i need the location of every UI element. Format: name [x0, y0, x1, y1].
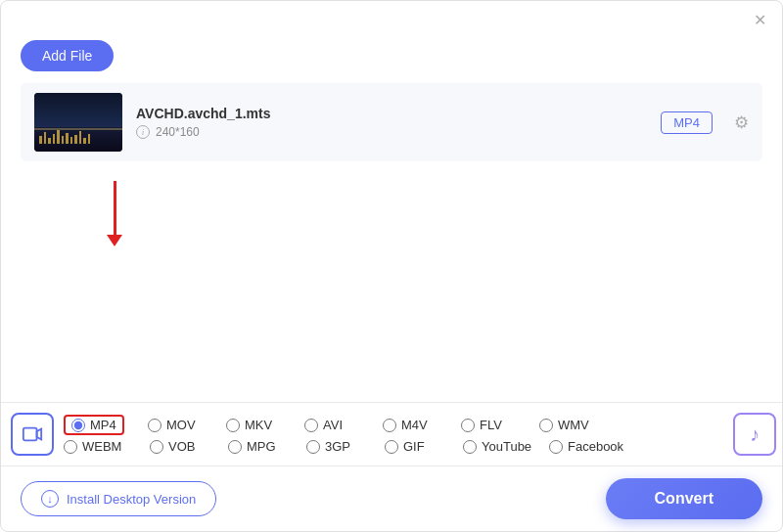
format-radio-mkv[interactable] [226, 419, 240, 432]
format-radio-webm[interactable] [64, 440, 77, 454]
format-row-1: MP4 MOV MKV AVI M4V [64, 415, 727, 435]
format-label-youtube: YouTube [482, 439, 531, 454]
format-radio-facebook[interactable] [549, 440, 563, 454]
file-thumbnail [34, 93, 122, 152]
format-label-3gp: 3GP [325, 439, 350, 454]
format-option-avi[interactable]: AVI [304, 418, 383, 432]
format-option-youtube[interactable]: YouTube [463, 439, 549, 454]
arrow-shaft [114, 181, 116, 235]
format-radio-m4v[interactable] [383, 419, 396, 432]
format-radio-flv[interactable] [461, 419, 475, 432]
install-label: Install Desktop Version [67, 492, 196, 507]
close-button[interactable]: ✕ [751, 11, 768, 28]
format-radio-3gp[interactable] [306, 440, 320, 454]
format-option-mkv[interactable]: MKV [226, 418, 304, 432]
format-bar: MP4 MOV MKV AVI M4V [1, 402, 782, 466]
format-radio-youtube[interactable] [463, 440, 477, 454]
file-item: AVCHD.avchd_1.mts i 240*160 MP4 ⚙ [21, 83, 762, 161]
format-radio-vob[interactable] [150, 440, 163, 454]
format-options: MP4 MOV MKV AVI M4V [64, 415, 727, 454]
format-option-facebook[interactable]: Facebook [549, 439, 635, 454]
format-option-mov[interactable]: MOV [148, 418, 226, 432]
format-option-mp4[interactable]: MP4 [64, 415, 142, 435]
download-circle-icon: ↓ [41, 490, 59, 508]
format-option-flv[interactable]: FLV [461, 418, 539, 432]
format-label-vob: VOB [168, 439, 195, 454]
file-name: AVCHD.avchd_1.mts [136, 106, 647, 121]
arrow-head [107, 235, 122, 246]
format-option-mpg[interactable]: MPG [228, 439, 306, 454]
settings-icon[interactable]: ⚙ [734, 112, 749, 133]
main-window: ✕ Add File [0, 0, 783, 532]
arrow-indicator [107, 181, 122, 246]
title-bar: ✕ [1, 1, 782, 34]
format-row-2: WEBM VOB MPG 3GP GIF [64, 439, 727, 454]
format-radio-wmv[interactable] [539, 419, 553, 432]
format-option-3gp[interactable]: 3GP [306, 439, 385, 454]
format-label-mov: MOV [166, 418, 196, 432]
format-label-flv: FLV [480, 418, 502, 432]
format-radio-avi[interactable] [304, 419, 318, 432]
format-label-facebook: Facebook [568, 439, 623, 454]
content-area [1, 161, 782, 402]
header: Add File [1, 34, 782, 83]
file-list: AVCHD.avchd_1.mts i 240*160 MP4 ⚙ [1, 83, 782, 161]
format-label-webm: WEBM [82, 439, 121, 454]
format-label-mp4: MP4 [90, 418, 116, 432]
format-option-gif[interactable]: GIF [385, 439, 463, 454]
video-format-icon[interactable] [11, 413, 54, 456]
format-option-vob[interactable]: VOB [150, 439, 228, 454]
convert-button[interactable]: Convert [606, 478, 762, 519]
format-label-mpg: MPG [247, 439, 276, 454]
format-option-m4v[interactable]: M4V [383, 418, 461, 432]
add-file-button[interactable]: Add File [21, 40, 114, 71]
file-meta: i 240*160 [136, 125, 647, 139]
format-option-wmv[interactable]: WMV [539, 418, 618, 432]
audio-format-icon[interactable]: ♪ [733, 413, 776, 456]
svg-rect-0 [23, 428, 37, 441]
format-option-webm[interactable]: WEBM [64, 439, 150, 454]
format-radio-mp4[interactable] [71, 419, 85, 432]
info-icon: i [136, 125, 150, 139]
format-radio-mpg[interactable] [228, 440, 242, 454]
file-resolution: 240*160 [156, 125, 200, 139]
format-label-m4v: M4V [401, 418, 428, 432]
install-desktop-button[interactable]: ↓ Install Desktop Version [21, 481, 216, 516]
format-radio-mov[interactable] [148, 419, 161, 432]
footer: ↓ Install Desktop Version Convert [1, 466, 782, 531]
format-label-mkv: MKV [245, 418, 272, 432]
format-badge: MP4 [661, 111, 713, 134]
format-radio-gif[interactable] [385, 440, 398, 454]
format-label-avi: AVI [323, 418, 343, 432]
format-label-wmv: WMV [558, 418, 589, 432]
format-label-gif: GIF [403, 439, 425, 454]
file-info: AVCHD.avchd_1.mts i 240*160 [136, 106, 647, 139]
